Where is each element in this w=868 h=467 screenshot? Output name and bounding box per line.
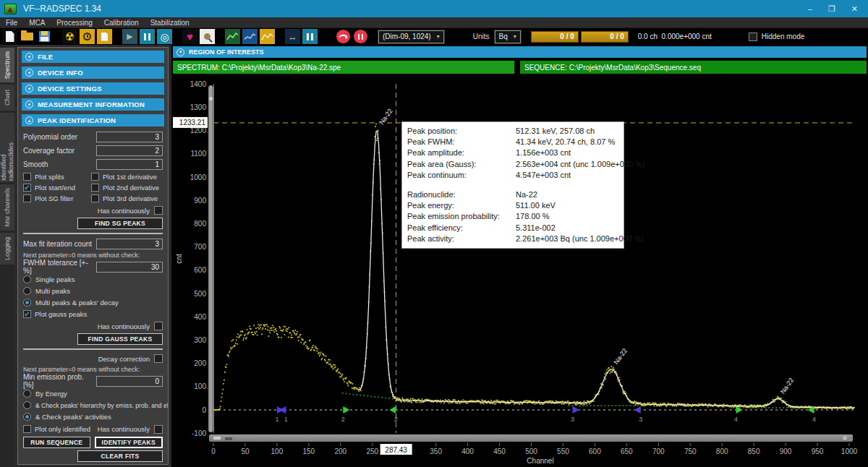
min-emission-prob-input[interactable]: 0 bbox=[96, 376, 163, 387]
section-file[interactable]: ▾ FILE bbox=[22, 51, 164, 63]
by-energy-option[interactable]: By Energy bbox=[23, 389, 163, 398]
roi-marker[interactable] bbox=[389, 406, 396, 414]
note-without-check: Next parameter=0 means without check: bbox=[23, 252, 163, 259]
roi-marker[interactable] bbox=[343, 406, 349, 414]
connection-lost-icon[interactable] bbox=[336, 29, 351, 44]
y-tick-label: 300 bbox=[194, 336, 206, 344]
decay-correction-checkbox[interactable] bbox=[154, 354, 163, 363]
plot-2nd-derivative-option[interactable]: Plot 2nd derivative bbox=[91, 183, 163, 192]
tab-msr-channels[interactable]: Msr channels bbox=[0, 184, 14, 231]
max-fit-iteration-label: Max fit iteration count bbox=[23, 240, 92, 248]
identify-has-continuously-checkbox[interactable] bbox=[154, 425, 163, 434]
identify-peaks-button[interactable]: IDENTIFY PEAKS bbox=[95, 437, 163, 448]
clear-fits-button[interactable]: CLEAR FITS bbox=[77, 450, 163, 462]
menu-file[interactable]: File bbox=[6, 19, 17, 27]
single-peaks-option[interactable]: Single peaks bbox=[23, 275, 163, 284]
roi-marker[interactable] bbox=[573, 406, 579, 414]
sg-has-continuously-row: Has continuously bbox=[23, 205, 163, 215]
roi-marker[interactable] bbox=[736, 406, 743, 414]
favorites-icon[interactable]: ♥ bbox=[182, 29, 197, 44]
single-peaks-radio[interactable] bbox=[23, 275, 31, 283]
plot-3rd-derivative-option[interactable]: Plot 3rd derivative bbox=[91, 194, 163, 203]
multi-peaks-radio[interactable] bbox=[23, 287, 31, 295]
multi-peaks-option[interactable]: Multi peaks bbox=[23, 286, 163, 296]
tab-logging[interactable]: Logging bbox=[0, 233, 14, 265]
multi-peaks-decay-radio[interactable] bbox=[23, 299, 31, 307]
acquisition-time-icon[interactable] bbox=[80, 29, 95, 44]
plot-splits-checkbox[interactable] bbox=[23, 173, 31, 181]
plot-only-identified-checkbox[interactable] bbox=[23, 425, 31, 433]
plot-splits-option[interactable]: Plot splits bbox=[23, 172, 88, 181]
section-measurement-information[interactable]: ▾ MEASUREMENT INFORMATION bbox=[22, 98, 164, 111]
device-dropdown[interactable]: (Dim-09, 1024) ▾ bbox=[378, 30, 444, 43]
check-activities-radio[interactable] bbox=[23, 413, 31, 421]
minimize-button[interactable]: – bbox=[808, 4, 812, 14]
x-tick-label: 50 bbox=[241, 447, 250, 455]
hidden-mode-toggle[interactable]: Hidden mode bbox=[749, 33, 804, 41]
plot-sg-filter-option[interactable]: Plot SG filter bbox=[23, 194, 88, 203]
section-peak-identification[interactable]: ▴ PEAK IDENTIFICATION bbox=[22, 114, 164, 127]
gauss-has-continuously-checkbox[interactable] bbox=[154, 322, 163, 330]
fit-width-icon[interactable]: ↔ bbox=[285, 29, 300, 44]
check-hierarchy-radio[interactable] bbox=[23, 401, 31, 409]
horizontal-zoom-scrollbar[interactable] bbox=[209, 434, 853, 442]
search-peaks-icon[interactable] bbox=[200, 29, 215, 44]
check-activities-option[interactable]: & Check peaks' activities bbox=[23, 412, 163, 421]
spectrum-chart-area[interactable]: 11223344Na-22Na-22Na-22-1000100200300400… bbox=[171, 78, 868, 467]
multi-peaks-decay-option[interactable]: Multi peaks & peaks' decay bbox=[23, 298, 163, 307]
units-dropdown[interactable]: Bq ▾ bbox=[495, 30, 521, 43]
pause-acquisition-icon[interactable] bbox=[140, 29, 155, 44]
menu-calibration[interactable]: Calibration bbox=[104, 19, 139, 27]
chart-blue-icon[interactable] bbox=[242, 29, 258, 44]
plot-3rd-derivative-checkbox[interactable] bbox=[91, 194, 99, 202]
y-tick-label: 600 bbox=[194, 266, 206, 274]
tab-identified-radionuclides[interactable]: Identified radionuclides bbox=[0, 113, 14, 182]
find-gauss-peaks-button[interactable]: FIND GAUSS PEAKS bbox=[77, 333, 163, 345]
sg-has-continuously-checkbox[interactable] bbox=[154, 206, 163, 215]
restore-button[interactable]: ❐ bbox=[828, 4, 835, 14]
roi-marker[interactable] bbox=[279, 406, 286, 414]
roi-marker[interactable] bbox=[634, 406, 641, 414]
vertical-zoom-scrollbar[interactable] bbox=[208, 85, 213, 432]
acquire-target-icon[interactable]: ◎ bbox=[157, 29, 172, 44]
plot-start-end-option[interactable]: ✔ Plot start/end bbox=[23, 183, 88, 192]
polynomial-order-input[interactable]: 3 bbox=[96, 132, 163, 142]
menu-processing[interactable]: Processing bbox=[56, 19, 92, 27]
max-fit-iteration-input[interactable]: 3 bbox=[96, 239, 163, 249]
find-sg-peaks-button[interactable]: FIND SG PEAKS bbox=[77, 218, 163, 229]
menu-stabilization[interactable]: Stabilization bbox=[150, 19, 190, 27]
new-file-icon[interactable] bbox=[2, 29, 17, 44]
plot-gauss-peaks-checkbox[interactable]: ✔ bbox=[23, 310, 31, 318]
hidden-mode-checkbox[interactable] bbox=[749, 33, 757, 41]
plot-start-end-checkbox[interactable]: ✔ bbox=[23, 184, 31, 192]
plot-1st-derivative-option[interactable]: Plot 1st derivative bbox=[91, 172, 163, 181]
check-hierarchy-option[interactable]: & Check peaks' hierarchy by emiss. prob.… bbox=[23, 400, 163, 410]
plot-sg-filter-checkbox[interactable] bbox=[23, 194, 31, 202]
tab-spectrum[interactable]: Spectrum bbox=[0, 48, 14, 82]
save-file-icon[interactable] bbox=[37, 29, 52, 44]
report-icon[interactable] bbox=[97, 29, 112, 44]
region-of-interests-header[interactable]: ▾ REGION OF INTERESTS bbox=[173, 46, 867, 58]
open-file-icon[interactable] bbox=[20, 29, 35, 44]
close-button[interactable]: ✕ bbox=[851, 4, 858, 14]
section-device-info[interactable]: ▾ DEVICE INFO bbox=[22, 67, 164, 79]
plot-2nd-derivative-checkbox[interactable] bbox=[91, 184, 99, 192]
by-energy-radio[interactable] bbox=[23, 390, 31, 398]
pause-view-icon[interactable] bbox=[302, 29, 318, 44]
section-device-settings[interactable]: ▾ DEVICE SETTINGS bbox=[22, 82, 164, 95]
smooth-input[interactable]: 1 bbox=[96, 159, 163, 170]
start-acquisition-icon[interactable]: ▶ bbox=[122, 29, 137, 44]
y-tick-label: 100 bbox=[194, 382, 206, 390]
fwhm-tolerance-input[interactable]: 30 bbox=[96, 262, 163, 273]
plot-only-identified-option[interactable]: Plot only identified bbox=[23, 424, 90, 434]
tab-chart[interactable]: Chart bbox=[0, 85, 14, 111]
run-sequence-button[interactable]: RUN SEQUENCE bbox=[23, 437, 90, 448]
plot-1st-derivative-checkbox[interactable] bbox=[91, 173, 99, 181]
plot-gauss-peaks-option[interactable]: ✔ Plot gauss peaks bbox=[23, 309, 163, 319]
coverage-factor-input[interactable]: 2 bbox=[96, 145, 163, 156]
menu-mca[interactable]: MCA bbox=[29, 19, 45, 27]
stop-acquisition-icon[interactable] bbox=[353, 29, 368, 44]
radiation-source-icon[interactable]: ☢ bbox=[62, 29, 77, 44]
chart-green-icon[interactable] bbox=[225, 29, 240, 44]
chart-yellow-icon[interactable] bbox=[260, 29, 275, 44]
